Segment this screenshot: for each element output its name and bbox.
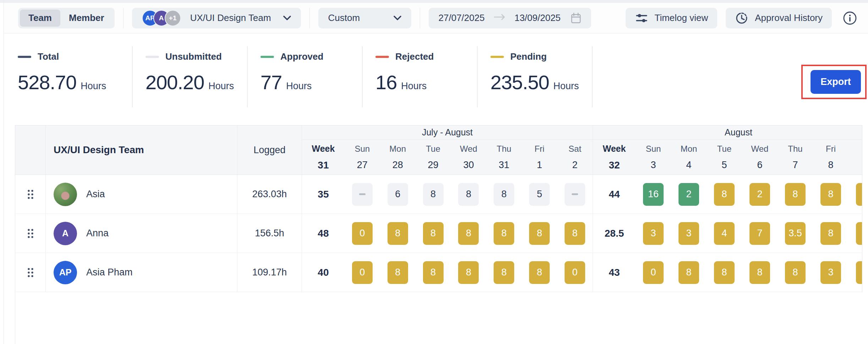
day-of-week-label: Sun — [646, 144, 661, 154]
timesheet-day-cell[interactable]: 8 — [529, 222, 550, 245]
toggle-member[interactable]: Member — [60, 10, 113, 27]
row-drag-handle[interactable] — [15, 175, 46, 214]
timesheet-day-cell[interactable]: 8 — [458, 261, 479, 284]
day-date-label: 29 — [428, 160, 439, 171]
table-header: UX/UI Design Team Logged July - August W… — [15, 125, 862, 175]
toggle-team[interactable]: Team — [20, 10, 60, 27]
timesheet-day-cell[interactable]: 8 — [714, 183, 735, 206]
timesheet-day-cell[interactable]: 8 — [494, 222, 514, 245]
approval-history-label: Approval History — [755, 12, 823, 23]
timesheet-day-cell[interactable] — [856, 183, 862, 206]
timesheet-day-cell[interactable]: 8 — [785, 261, 806, 284]
approval-history-button[interactable]: Approval History — [726, 8, 832, 28]
day-cell-wrap — [848, 175, 862, 214]
week-header-label: Week — [312, 144, 335, 154]
timesheet-day-cell[interactable]: 8 — [423, 261, 444, 284]
timesheet-day-cell[interactable]: 3 — [643, 222, 664, 245]
timesheet-day-cell[interactable]: 0 — [352, 222, 373, 245]
timesheet-day-cell[interactable]: 8 — [714, 261, 735, 284]
stat-color-swatch — [145, 56, 159, 58]
timesheet-day-cell[interactable]: 8 — [388, 261, 408, 284]
stat-color-swatch — [260, 56, 274, 58]
timesheet-day-cell[interactable]: 8 — [679, 261, 699, 284]
drag-handle-icon — [26, 189, 35, 200]
stat-color-swatch — [375, 56, 389, 58]
day-column-header: Fri 1 — [522, 140, 557, 174]
week-number-header: Week 32 — [593, 140, 636, 174]
timelog-view-button[interactable]: Timelog view — [626, 8, 718, 28]
day-cell-wrap: 0 — [345, 214, 380, 253]
stat-label: Pending — [510, 51, 547, 62]
timesheet-day-cell[interactable]: 5 — [529, 183, 550, 206]
member-name: Anna — [86, 228, 109, 239]
end-date-value[interactable]: 13/09/2025 — [515, 12, 561, 23]
timesheet-day-cell[interactable]: 3.5 — [785, 222, 806, 245]
team-avatar-group: APA+1 — [142, 10, 181, 26]
timesheet-day-cell[interactable]: 3 — [820, 261, 841, 284]
table-row: A Anna 156.5h 48 0 8 8 8 8 8 8 28.5 3 3 … — [15, 214, 862, 253]
stat-value: 200.20 — [145, 71, 204, 94]
date-range-picker[interactable]: 27/07/2025 13/09/2025 — [429, 8, 591, 28]
day-date-label: 27 — [357, 160, 368, 171]
timesheet-day-cell[interactable]: 8 — [458, 222, 479, 245]
stat-value: 77 — [260, 71, 282, 94]
day-cell-wrap: 8 — [778, 253, 813, 292]
day-date-label: 6 — [757, 160, 762, 171]
timesheet-day-cell[interactable]: 8 — [785, 183, 806, 206]
timesheet-day-cell[interactable]: 4 — [714, 222, 735, 245]
info-icon[interactable] — [842, 11, 857, 26]
week-number: 32 — [609, 160, 620, 171]
logged-cell: 263.03h — [237, 175, 302, 214]
calendar-icon[interactable] — [571, 12, 581, 24]
stat-color-swatch — [18, 56, 31, 58]
row-drag-handle[interactable] — [15, 253, 46, 292]
timesheet-day-cell[interactable]: 8 — [458, 183, 479, 206]
start-date-value[interactable]: 27/07/2025 — [439, 12, 485, 23]
timesheet-day-cell[interactable]: 8 — [494, 183, 514, 206]
day-cell-wrap: 8 — [671, 253, 707, 292]
timesheet-day-cell[interactable]: 2 — [679, 183, 699, 206]
timesheet-day-cell[interactable]: 7 — [749, 222, 770, 245]
day-of-week-label: Sun — [355, 144, 370, 154]
timesheet-day-cell[interactable] — [856, 222, 862, 245]
team-member-toggle: Team Member — [18, 8, 115, 28]
timesheet-day-cell[interactable]: 8 — [423, 222, 444, 245]
day-cell-wrap: 16 — [636, 175, 671, 214]
empty-dash-icon — [359, 193, 366, 195]
stat-unit: Hours — [81, 81, 106, 92]
timesheet-day-cell[interactable]: 6 — [388, 183, 408, 206]
stat-unit: Hours — [553, 81, 579, 92]
week-total-cell: 40 — [302, 253, 345, 292]
toolbar: Team Member APA+1 UX/UI Design Team Cust… — [4, 3, 868, 33]
toolbar-divider — [309, 8, 310, 28]
timesheet-day-cell[interactable]: 8 — [820, 183, 841, 206]
member-name: Asia Pham — [86, 267, 133, 278]
row-drag-handle[interactable] — [15, 214, 46, 253]
day-cell-wrap: 2 — [671, 175, 707, 214]
timesheet-day-cell[interactable]: 0 — [565, 261, 585, 284]
timesheet-day-cell[interactable]: 8 — [494, 261, 514, 284]
timesheet-day-cell[interactable]: 16 — [643, 183, 664, 206]
timesheet-day-cell[interactable]: 8 — [529, 261, 550, 284]
timesheet-day-cell[interactable]: 0 — [643, 261, 664, 284]
week-total-cell: 44 — [593, 175, 636, 214]
export-button[interactable]: Export — [811, 70, 861, 94]
day-column-header: Tue 5 — [707, 140, 742, 174]
team-selector-dropdown[interactable]: APA+1 UX/UI Design Team — [132, 8, 301, 28]
timesheet-day-cell[interactable]: 8 — [749, 261, 770, 284]
timesheet-day-cell[interactable] — [856, 261, 862, 284]
day-cell-wrap: 8 — [707, 253, 742, 292]
timesheet-day-cell[interactable]: 3 — [679, 222, 699, 245]
day-cell-wrap: 8 — [451, 175, 486, 214]
day-date-label: 28 — [392, 160, 403, 171]
timesheet-day-cell[interactable] — [565, 183, 585, 206]
timesheet-day-cell[interactable]: 8 — [565, 222, 585, 245]
date-preset-dropdown[interactable]: Custom — [318, 8, 411, 28]
timesheet-day-cell[interactable]: 8 — [423, 183, 444, 206]
timesheet-day-cell[interactable]: 2 — [749, 183, 770, 206]
day-cell-wrap: 0 — [345, 253, 380, 292]
timesheet-day-cell[interactable] — [352, 183, 373, 206]
timesheet-day-cell[interactable]: 8 — [820, 222, 841, 245]
timesheet-day-cell[interactable]: 8 — [388, 222, 408, 245]
timesheet-day-cell[interactable]: 0 — [352, 261, 373, 284]
